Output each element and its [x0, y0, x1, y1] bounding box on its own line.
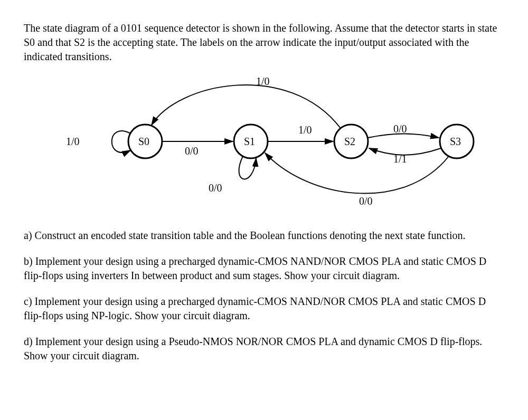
intro-paragraph: The state diagram of a 0101 sequence det…	[24, 21, 504, 64]
edge-s2-s0-top	[152, 85, 341, 128]
edge-s3-s2-label: 1/1	[393, 153, 407, 165]
state-s3-label: S3	[450, 136, 461, 147]
part-b: b) Implement your design using a prechar…	[24, 254, 504, 283]
edge-s0-self-label: 1/0	[66, 136, 80, 147]
state-s0-label: S0	[138, 136, 149, 147]
state-diagram: S0 S1 S2 S3 1/0 0/0 0/0 1/0 1/0 0/0 1/1 …	[55, 75, 504, 213]
edge-s1-self-label: 0/0	[209, 182, 222, 194]
state-s1-label: S1	[244, 136, 255, 147]
edge-s3-s1-bottom	[265, 153, 449, 194]
part-d: d) Implement your design using a Pseudo-…	[24, 335, 504, 363]
edge-s0-s1-label: 0/0	[185, 145, 199, 157]
edge-s2-s3-label: 0/0	[393, 123, 407, 135]
state-s2-label: S2	[344, 136, 355, 147]
edge-s1-s2-label: 1/0	[298, 124, 312, 136]
edge-s1-self	[239, 156, 256, 179]
part-c: c) Implement your design using a prechar…	[24, 294, 504, 323]
edge-s3-s1-bottom-label: 0/0	[359, 195, 373, 207]
part-a: a) Construct an encoded state transition…	[24, 228, 504, 243]
edge-s2-s0-top-label: 1/0	[256, 75, 270, 87]
